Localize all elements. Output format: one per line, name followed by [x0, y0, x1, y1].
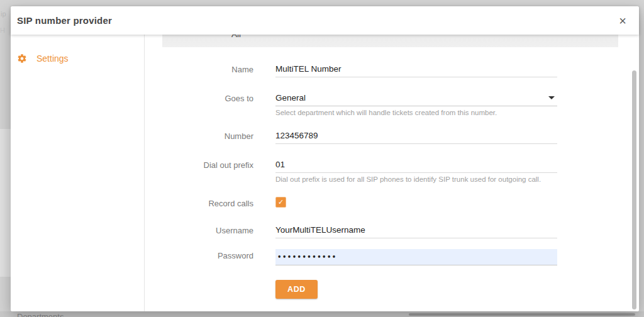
number-label: Number: [145, 130, 253, 144]
name-label: Name: [145, 63, 253, 77]
dialog-body: Settings All Name Goes to Gen: [11, 35, 639, 311]
dialog-scrollbar[interactable]: [632, 70, 636, 309]
dialog-sidebar: Settings: [11, 35, 145, 311]
dialog-header: SIP number provider ×: [11, 6, 639, 35]
close-icon[interactable]: ×: [616, 13, 629, 28]
dial-out-prefix-input[interactable]: [275, 158, 557, 173]
form-row-submit: ADD: [145, 280, 639, 299]
sip-number-provider-dialog: SIP number provider × Settings All Name: [11, 6, 639, 311]
number-input[interactable]: [275, 130, 557, 144]
form-row-record-calls: Record calls ✓: [145, 197, 639, 208]
goes-to-selected-value: General: [275, 93, 306, 103]
form-row-goes-to: Goes to General Select department which …: [145, 92, 639, 116]
departments-label: Departments: [17, 312, 64, 317]
username-label: Username: [145, 224, 253, 238]
dialog-content: All Name Goes to General: [145, 35, 639, 311]
tab-all[interactable]: All: [231, 35, 241, 39]
record-calls-label: Record calls: [145, 197, 253, 208]
goes-to-label: Goes to: [145, 92, 253, 116]
password-input[interactable]: [275, 249, 557, 265]
form-row-name: Name: [145, 63, 639, 77]
backdrop-bottom-strip: Departments: [0, 311, 644, 317]
sidebar-item-settings[interactable]: Settings: [11, 53, 144, 64]
dropdown-arrow-icon: [548, 96, 555, 99]
gear-icon: [17, 53, 27, 64]
record-calls-checkbox[interactable]: ✓: [275, 197, 286, 208]
backdrop-bar: [409, 313, 635, 316]
form-row-number: Number: [145, 130, 639, 144]
form-row-dial-out-prefix: Dial out prefix Dial out prefix is used …: [145, 158, 639, 183]
form-row-password: Password: [145, 249, 639, 265]
backdrop-text-fragment: ip: [1, 10, 6, 18]
dial-out-prefix-helper-text: Dial out prefix is used for all SIP phon…: [275, 175, 557, 183]
tab-strip: All: [162, 35, 618, 47]
dialog-title: SIP number provider: [17, 15, 112, 26]
dial-out-prefix-label: Dial out prefix: [145, 158, 253, 183]
add-button[interactable]: ADD: [275, 280, 318, 299]
checkmark-icon: ✓: [278, 198, 284, 206]
backdrop-text-fragment: H: [0, 26, 5, 34]
backdrop-left-panel: [0, 129, 11, 277]
goes-to-select[interactable]: General: [275, 92, 557, 106]
goes-to-helper-text: Select department which will handle tick…: [275, 109, 557, 116]
sip-provider-form: Name Goes to General Select department w…: [145, 63, 639, 299]
password-label: Password: [145, 249, 253, 265]
form-row-username: Username: [145, 224, 639, 238]
username-input[interactable]: [275, 224, 557, 238]
name-input[interactable]: [275, 63, 557, 77]
sidebar-item-label: Settings: [36, 53, 69, 64]
